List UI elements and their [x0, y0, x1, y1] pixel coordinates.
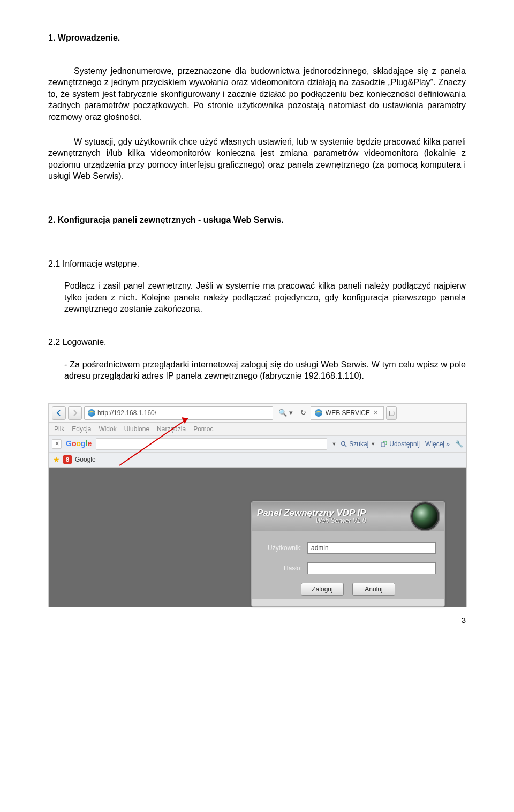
cancel-button[interactable]: Anuluj — [352, 583, 395, 596]
new-tab-button[interactable]: ▢ — [386, 406, 397, 420]
search-dropdown-icon[interactable]: 🔍 ▾ — [275, 408, 296, 418]
login-title: Panel Zewnętrzny VDP IP Web Serwer V1.0 — [257, 508, 366, 524]
login-title-line1: Panel Zewnętrzny VDP IP — [257, 508, 366, 518]
toolbar-share-button[interactable]: Udostępnij — [381, 440, 420, 448]
menu-help[interactable]: Pomoc — [193, 425, 213, 433]
login-button[interactable]: Zaloguj — [301, 583, 344, 596]
menu-bar: Plik Edycja Widok Ulubione Narzędzia Pom… — [49, 423, 466, 436]
svg-rect-2 — [381, 443, 385, 447]
page-number: 3 — [48, 607, 466, 626]
svg-line-1 — [345, 445, 346, 447]
google-bookmark-icon[interactable]: 8 — [63, 455, 72, 464]
browser-tab[interactable]: WEB SERVICE ✕ — [311, 406, 384, 420]
toolbar-settings-icon[interactable]: 🔧 — [455, 440, 463, 448]
menu-file[interactable]: Plik — [54, 425, 64, 433]
toolbar-close-button[interactable]: ✕ — [52, 439, 62, 449]
user-label: Użytkownik: — [260, 544, 302, 552]
magnifier-icon — [341, 441, 347, 447]
menu-fav[interactable]: Ulubione — [124, 425, 149, 433]
menu-edit[interactable]: Edycja — [72, 425, 91, 433]
camera-lens-icon — [411, 502, 439, 530]
heading-sub-2-1: 2.1 Informacje wstępne. — [48, 258, 466, 270]
google-logo: Google — [66, 439, 92, 449]
refresh-icon[interactable]: ↻ — [298, 408, 308, 418]
password-label: Hasło: — [260, 564, 302, 573]
page-content: Panel Zewnętrzny VDP IP Web Serwer V1.0 … — [49, 468, 466, 607]
search-dropdown-caret-icon[interactable]: ▼ — [331, 441, 336, 447]
browser-window: http://192.168.1.160/ 🔍 ▾ ↻ WEB SERVICE … — [48, 403, 467, 607]
menu-view[interactable]: Widok — [99, 425, 116, 433]
favorites-star-icon[interactable]: ★ — [53, 455, 60, 465]
paragraph-2-1: Podłącz i zasil panel zewnętrzny. Jeśli … — [64, 280, 466, 315]
address-bar[interactable]: http://192.168.1.160/ — [84, 406, 273, 420]
forward-arrow-icon — [72, 410, 78, 416]
toolbar-search-label: Szukaj — [349, 440, 368, 448]
login-panel: Panel Zewnętrzny VDP IP Web Serwer V1.0 … — [251, 501, 445, 607]
svg-point-0 — [342, 442, 345, 445]
login-header: Panel Zewnętrzny VDP IP Web Serwer V1.0 — [252, 502, 444, 531]
forward-button[interactable] — [68, 406, 82, 420]
heading-intro: 1. Wprowadzenie. — [48, 32, 466, 44]
url-text: http://192.168.1.160/ — [97, 409, 156, 417]
username-input[interactable] — [307, 542, 436, 554]
tab-favicon-icon — [315, 409, 322, 417]
browser-nav-bar: http://192.168.1.160/ 🔍 ▾ ↻ WEB SERVICE … — [49, 404, 466, 423]
login-form: Użytkownik: Hasło: Zaloguj Anuluj — [252, 531, 444, 599]
tab-title: WEB SERVICE — [326, 409, 370, 417]
menu-tools[interactable]: Narzędzia — [157, 425, 186, 433]
heading-section-2: 2. Konfiguracja paneli zewnętrznych - us… — [48, 214, 466, 226]
login-title-line2: Web Serwer V1.0 — [257, 517, 366, 524]
bookmark-google[interactable]: Google — [75, 455, 96, 464]
paragraph-2-2: - Za pośrednictwem przeglądarki internet… — [64, 359, 466, 382]
toolbar-search-button[interactable]: Szukaj ▼ — [341, 440, 375, 448]
back-button[interactable] — [52, 406, 66, 420]
google-toolbar: ✕ Google ▼ Szukaj ▼ Udostępnij Więcej » … — [49, 436, 466, 453]
favorites-bar: ★ 8 Google — [49, 453, 466, 468]
heading-sub-2-2: 2.2 Logowanie. — [48, 336, 466, 348]
tab-close-icon[interactable]: ✕ — [373, 409, 378, 417]
ie-icon — [88, 409, 95, 417]
password-input[interactable] — [307, 562, 436, 574]
share-icon — [381, 441, 387, 447]
back-arrow-icon — [56, 410, 62, 416]
paragraph-1: Systemy jednonumerowe, przeznaczone dla … — [48, 65, 466, 123]
paragraph-2: W sytuacji, gdy użytkownik chce użyć wła… — [48, 136, 466, 182]
google-search-input[interactable] — [96, 438, 327, 450]
toolbar-share-label: Udostępnij — [389, 440, 420, 448]
toolbar-more-button[interactable]: Więcej » — [425, 440, 450, 448]
